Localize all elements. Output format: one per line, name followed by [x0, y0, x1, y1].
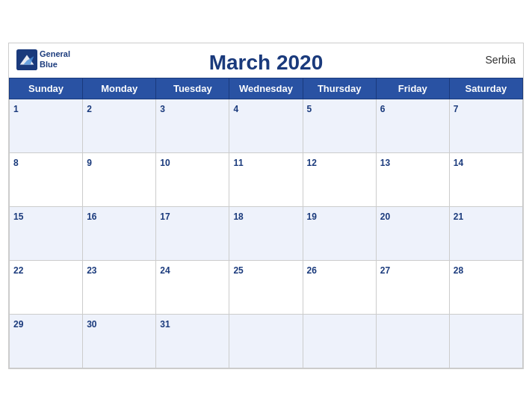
calendar-cell: 9	[83, 152, 156, 206]
calendar-cell: 8	[10, 152, 83, 206]
week-row-3: 15161718192021	[10, 206, 523, 260]
day-number: 16	[87, 211, 96, 222]
calendar-cell: 7	[449, 99, 522, 152]
calendar-cell	[229, 314, 303, 368]
day-number: 21	[454, 211, 463, 222]
day-number: 26	[307, 265, 317, 276]
calendar-cell: 25	[229, 260, 303, 314]
week-row-5: 293031	[10, 314, 523, 368]
calendar-cell: 15	[10, 206, 83, 260]
day-number: 6	[380, 104, 386, 114]
calendar-cell: 18	[229, 206, 303, 260]
day-number: 22	[13, 265, 23, 276]
calendar-cell: 2	[83, 99, 156, 152]
calendar-cell: 28	[449, 260, 522, 314]
day-number: 8	[13, 158, 19, 168]
day-number: 15	[13, 211, 23, 222]
day-number: 20	[380, 211, 390, 222]
calendar-cell: 12	[303, 152, 376, 206]
day-number: 1	[13, 104, 19, 114]
logo-text: General Blue	[40, 49, 70, 69]
calendar-cell	[449, 314, 522, 368]
day-number: 9	[87, 158, 92, 168]
day-number: 27	[380, 265, 390, 276]
calendar-cell	[376, 314, 449, 368]
calendar-cell: 3	[156, 99, 229, 152]
week-row-1: 1234567	[10, 99, 523, 152]
calendar-header: General Blue March 2020 Serbia	[9, 43, 523, 78]
country-label: Serbia	[486, 54, 516, 66]
day-number: 14	[454, 158, 463, 168]
day-number: 25	[233, 265, 243, 276]
calendar-grid: SundayMondayTuesdayWednesdayThursdayFrid…	[9, 78, 523, 368]
weekday-header-monday: Monday	[83, 78, 156, 99]
weekday-header-row: SundayMondayTuesdayWednesdayThursdayFrid…	[10, 78, 523, 99]
calendar-cell: 17	[156, 206, 229, 260]
calendar-cell: 14	[449, 152, 522, 206]
week-row-2: 891011121314	[10, 152, 523, 206]
calendar-cell: 4	[229, 99, 303, 152]
calendar-cell: 21	[449, 206, 522, 260]
calendar-cell: 6	[376, 99, 449, 152]
calendar-cell: 23	[83, 260, 156, 314]
weekday-header-tuesday: Tuesday	[156, 78, 229, 99]
calendar-cell: 11	[229, 152, 303, 206]
weekday-header-sunday: Sunday	[10, 78, 83, 99]
calendar-cell: 30	[83, 314, 156, 368]
calendar-cell: 31	[156, 314, 229, 368]
calendar-container: General Blue March 2020 Serbia SundayMon…	[8, 43, 524, 369]
logo-area: General Blue	[16, 49, 70, 70]
calendar-cell	[303, 314, 376, 368]
day-number: 31	[160, 319, 170, 330]
calendar-title: March 2020	[24, 51, 508, 75]
day-number: 17	[160, 211, 170, 222]
calendar-cell: 16	[83, 206, 156, 260]
calendar-cell: 27	[376, 260, 449, 314]
calendar-cell: 22	[10, 260, 83, 314]
calendar-cell: 29	[10, 314, 83, 368]
day-number: 29	[13, 319, 23, 330]
day-number: 13	[380, 158, 390, 168]
day-number: 2	[87, 104, 92, 114]
week-row-4: 22232425262728	[10, 260, 523, 314]
day-number: 19	[307, 211, 317, 222]
calendar-cell: 1	[10, 99, 83, 152]
calendar-cell: 13	[376, 152, 449, 206]
calendar-cell: 24	[156, 260, 229, 314]
weekday-header-wednesday: Wednesday	[229, 78, 303, 99]
calendar-cell: 20	[376, 206, 449, 260]
day-number: 5	[307, 104, 312, 114]
day-number: 24	[160, 265, 170, 276]
weekday-header-friday: Friday	[376, 78, 449, 99]
calendar-cell: 26	[303, 260, 376, 314]
day-number: 10	[160, 158, 170, 168]
day-number: 18	[233, 211, 243, 222]
day-number: 7	[454, 104, 459, 114]
day-number: 3	[160, 104, 165, 114]
day-number: 30	[87, 319, 96, 330]
calendar-cell: 5	[303, 99, 376, 152]
weekday-header-saturday: Saturday	[449, 78, 522, 99]
calendar-cell: 19	[303, 206, 376, 260]
day-number: 23	[87, 265, 96, 276]
day-number: 11	[233, 158, 243, 168]
day-number: 4	[233, 104, 238, 114]
weekday-header-thursday: Thursday	[303, 78, 376, 99]
day-number: 28	[454, 265, 463, 276]
day-number: 12	[307, 158, 317, 168]
general-blue-logo-icon	[16, 49, 37, 70]
calendar-cell: 10	[156, 152, 229, 206]
